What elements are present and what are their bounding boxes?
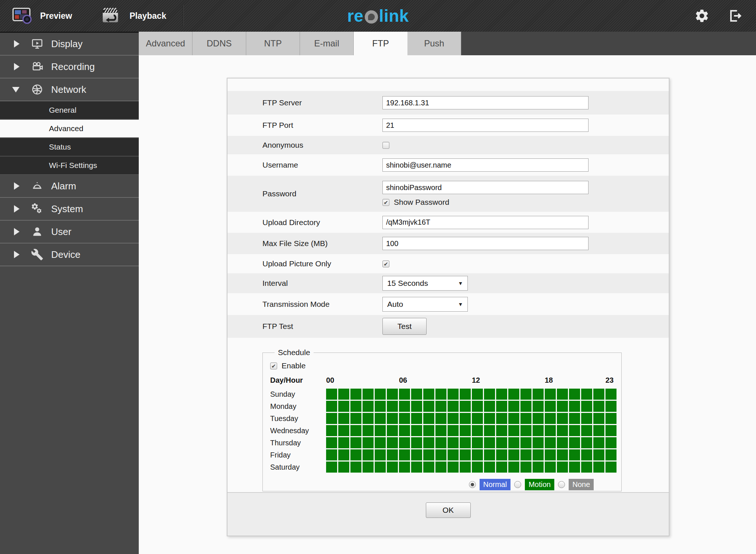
upload-directory-input[interactable] — [382, 216, 589, 229]
upload-picture-only-checkbox[interactable] — [382, 260, 389, 267]
schedule-cell[interactable] — [496, 413, 507, 424]
schedule-cell[interactable] — [508, 449, 519, 460]
tab-advanced[interactable]: Advanced — [139, 32, 192, 55]
schedule-cell[interactable] — [508, 425, 519, 436]
schedule-cell[interactable] — [569, 449, 580, 460]
schedule-cell[interactable] — [533, 413, 544, 424]
schedule-cell[interactable] — [375, 437, 386, 448]
schedule-cell[interactable] — [363, 425, 374, 436]
schedule-cell[interactable] — [520, 437, 531, 448]
schedule-cell[interactable] — [387, 413, 398, 424]
schedule-cell[interactable] — [350, 413, 361, 424]
schedule-cell[interactable] — [387, 437, 398, 448]
schedule-cell[interactable] — [496, 425, 507, 436]
schedule-cell[interactable] — [605, 413, 617, 424]
sidebar-item-device[interactable]: Device — [0, 243, 139, 266]
schedule-cell[interactable] — [484, 413, 495, 424]
schedule-cell[interactable] — [605, 462, 617, 473]
schedule-cell[interactable] — [557, 425, 568, 436]
schedule-cell[interactable] — [605, 437, 617, 448]
interval-select[interactable]: 15 Seconds ▼ — [382, 276, 468, 291]
schedule-cell[interactable] — [520, 389, 531, 400]
schedule-cell[interactable] — [363, 401, 374, 412]
schedule-cell[interactable] — [545, 449, 556, 460]
schedule-cell[interactable] — [350, 401, 361, 412]
schedule-cell[interactable] — [520, 425, 531, 436]
schedule-cell[interactable] — [605, 401, 617, 412]
schedule-cell[interactable] — [581, 449, 592, 460]
schedule-cell[interactable] — [350, 425, 361, 436]
schedule-cell[interactable] — [593, 437, 604, 448]
schedule-cell[interactable] — [448, 462, 459, 473]
schedule-grid[interactable] — [326, 389, 617, 473]
schedule-cell[interactable] — [460, 425, 471, 436]
schedule-cell[interactable] — [338, 449, 349, 460]
schedule-cell[interactable] — [545, 437, 556, 448]
schedule-cell[interactable] — [593, 449, 604, 460]
tab-ftp[interactable]: FTP — [354, 32, 407, 55]
schedule-cell[interactable] — [411, 413, 422, 424]
schedule-cell[interactable] — [581, 462, 592, 473]
schedule-cell[interactable] — [496, 401, 507, 412]
tab-ntp[interactable]: NTP — [246, 32, 300, 55]
schedule-cell[interactable] — [472, 401, 483, 412]
schedule-cell[interactable] — [557, 389, 568, 400]
schedule-cell[interactable] — [581, 437, 592, 448]
schedule-cell[interactable] — [399, 389, 410, 400]
schedule-cell[interactable] — [472, 462, 483, 473]
schedule-cell[interactable] — [435, 425, 446, 436]
schedule-cell[interactable] — [484, 437, 495, 448]
schedule-cell[interactable] — [593, 389, 604, 400]
schedule-cell[interactable] — [545, 462, 556, 473]
schedule-cell[interactable] — [350, 449, 361, 460]
schedule-cell[interactable] — [375, 401, 386, 412]
schedule-cell[interactable] — [569, 401, 580, 412]
settings-gear-icon[interactable] — [694, 8, 710, 24]
schedule-cell[interactable] — [520, 449, 531, 460]
schedule-cell[interactable] — [326, 449, 337, 460]
schedule-cell[interactable] — [460, 413, 471, 424]
schedule-cell[interactable] — [399, 437, 410, 448]
schedule-cell[interactable] — [484, 389, 495, 400]
show-password-checkbox[interactable] — [382, 199, 389, 206]
schedule-cell[interactable] — [399, 425, 410, 436]
schedule-cell[interactable] — [423, 413, 434, 424]
sidebar-subitem-wifi-settings[interactable]: Wi-Fi Settings — [0, 157, 139, 175]
password-input[interactable] — [382, 181, 589, 194]
schedule-cell[interactable] — [533, 389, 544, 400]
schedule-cell[interactable] — [363, 437, 374, 448]
schedule-cell[interactable] — [569, 413, 580, 424]
sidebar-item-display[interactable]: Display — [0, 33, 139, 56]
schedule-cell[interactable] — [593, 401, 604, 412]
tab-push[interactable]: Push — [407, 32, 461, 55]
schedule-cell[interactable] — [593, 462, 604, 473]
schedule-cell[interactable] — [435, 449, 446, 460]
schedule-cell[interactable] — [605, 389, 617, 400]
mode-chip-normal[interactable]: Normal — [480, 479, 511, 490]
schedule-cell[interactable] — [350, 462, 361, 473]
schedule-cell[interactable] — [350, 437, 361, 448]
schedule-cell[interactable] — [326, 437, 337, 448]
schedule-cell[interactable] — [363, 413, 374, 424]
schedule-cell[interactable] — [363, 389, 374, 400]
tab-ddns[interactable]: DDNS — [192, 32, 246, 55]
schedule-cell[interactable] — [508, 462, 519, 473]
schedule-cell[interactable] — [375, 449, 386, 460]
schedule-cell[interactable] — [533, 425, 544, 436]
schedule-cell[interactable] — [533, 449, 544, 460]
schedule-cell[interactable] — [435, 401, 446, 412]
schedule-cell[interactable] — [581, 401, 592, 412]
preview-button[interactable]: Preview — [12, 0, 72, 32]
sidebar-subitem-general[interactable]: General — [0, 101, 139, 120]
mode-radio-none[interactable] — [558, 481, 565, 488]
schedule-cell[interactable] — [423, 462, 434, 473]
schedule-cell[interactable] — [557, 462, 568, 473]
schedule-cell[interactable] — [484, 401, 495, 412]
schedule-cell[interactable] — [581, 389, 592, 400]
schedule-cell[interactable] — [338, 389, 349, 400]
schedule-cell[interactable] — [375, 425, 386, 436]
logout-icon[interactable] — [727, 8, 743, 24]
mode-chip-none[interactable]: None — [569, 479, 594, 490]
mode-chip-motion[interactable]: Motion — [525, 479, 554, 490]
sidebar-item-network[interactable]: Network — [0, 78, 139, 101]
